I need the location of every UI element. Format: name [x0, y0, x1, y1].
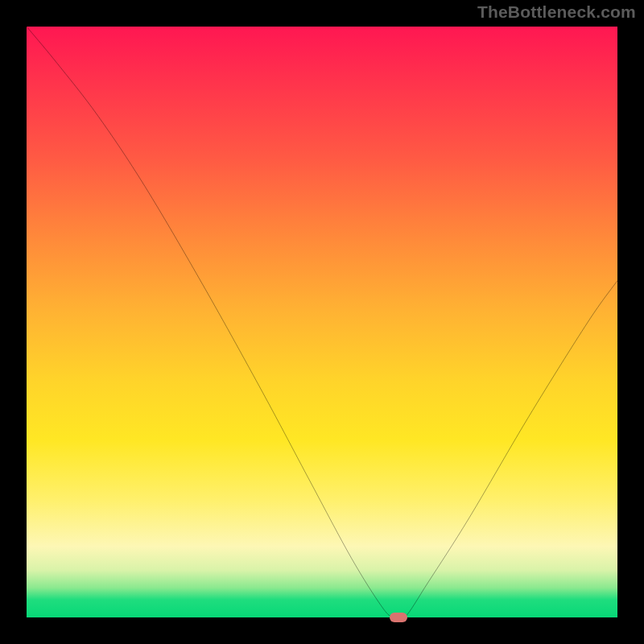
optimum-marker: [390, 613, 407, 622]
chart-frame: TheBottleneck.com: [0, 0, 644, 644]
bottleneck-curve: [27, 27, 617, 617]
attribution-text: TheBottleneck.com: [477, 2, 636, 22]
plot-area: [27, 27, 617, 617]
